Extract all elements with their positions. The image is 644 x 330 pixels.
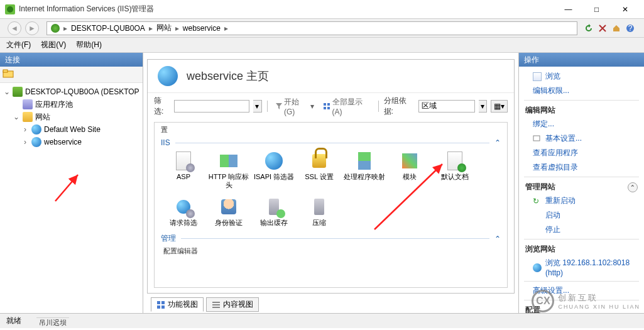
config-editor-label[interactable]: 配置编辑器 (161, 245, 501, 257)
iis-section-header: IIS ⌃ (161, 138, 501, 147)
svg-rect-7 (327, 103, 330, 106)
tree-sites[interactable]: ⌄ 网站 (11, 111, 140, 123)
address-bar: ◄ ► ▸ DESKTOP-LQUB0OA ▸ 网站 ▸ webservice … (0, 19, 644, 38)
stop-nav-icon[interactable] (596, 22, 609, 35)
svg-rect-6 (324, 103, 326, 106)
funnel-icon (275, 102, 282, 110)
action-browse-url[interactable]: 浏览 192.168.1.102:8018 (http) (519, 256, 644, 279)
svg-rect-8 (324, 107, 326, 109)
start-filter-button[interactable]: 开始(G) ▾ (273, 100, 317, 113)
maximize-button[interactable]: □ (582, 1, 611, 18)
svg-rect-13 (161, 305, 165, 309)
titlebar: Internet Information Services (IIS)管理器 —… (0, 0, 644, 19)
window-title: Internet Information Services (IIS)管理器 (19, 4, 554, 14)
feature-default-doc[interactable]: 默认文档 (432, 148, 478, 192)
group-manage-site: 管理网站⌃ (519, 179, 644, 194)
feature-request-filtering[interactable]: 请求筛选 (161, 194, 206, 229)
action-bindings[interactable]: 绑定... (519, 117, 644, 131)
tree-default-site[interactable]: › Default Web Site (20, 123, 140, 136)
chevron-down-icon[interactable]: ⌄ (4, 87, 10, 96)
feature-asp[interactable]: ASP (161, 148, 206, 192)
svg-text:?: ? (628, 24, 633, 33)
actions-panel: 操作 浏览 编辑权限... 编辑网站 绑定... 基本设置... 查看应用程序 … (518, 53, 644, 313)
site-icon (158, 66, 178, 86)
breadcrumb[interactable]: ▸ DESKTOP-LQUB0OA ▸ 网站 ▸ webservice ▸ (46, 21, 577, 35)
apppool-icon (23, 99, 33, 109)
tab-features-view[interactable]: 功能视图 (151, 297, 204, 312)
filter-dropdown[interactable]: ▾ (253, 100, 261, 113)
chevron-down-icon[interactable]: ⌄ (13, 113, 20, 121)
action-explore[interactable]: 浏览 (519, 69, 644, 84)
restart-icon: ↻ (533, 197, 542, 206)
collapse-icon[interactable]: ⌃ (494, 138, 501, 147)
feature-ssl[interactable]: SSL 设置 (297, 148, 342, 192)
crumb-server[interactable]: DESKTOP-LQUB0OA (68, 24, 148, 33)
globe-icon (51, 24, 60, 33)
svg-point-1 (7, 6, 13, 13)
feature-compression[interactable]: 压缩 (297, 194, 342, 229)
feature-authentication[interactable]: 身份验证 (206, 194, 251, 229)
action-start[interactable]: 启动 (519, 208, 644, 223)
show-all-button[interactable]: 全部显示(A) (320, 100, 373, 113)
feature-http-headers[interactable]: HTTP 响应标头 (206, 148, 251, 192)
menubar: 文件(F) 视图(V) 帮助(H) (0, 38, 644, 53)
connections-tree: ⌄ DESKTOP-LQUB0OA (DESKTOP 应用程序池 ⌄ 网站 › … (0, 83, 143, 313)
menu-view[interactable]: 视图(V) (41, 40, 66, 50)
folder-icon (23, 112, 33, 122)
nav-back-button[interactable]: ◄ (8, 21, 21, 35)
group-label: 分组依据: (384, 96, 415, 117)
chevron-right-icon[interactable]: › (21, 138, 29, 146)
chevron-right-icon[interactable]: › (21, 125, 29, 134)
watermark-logo: CX (532, 290, 554, 312)
svg-rect-12 (157, 305, 160, 309)
globe-icon (533, 263, 542, 272)
globe-icon (31, 124, 41, 135)
action-basic-settings[interactable]: 基本设置... (519, 131, 644, 146)
menu-file[interactable]: 文件(F) (6, 40, 31, 50)
tree-webservice[interactable]: › webservice (20, 136, 140, 148)
page-title-row: webservice 主页 (148, 60, 514, 92)
lock-icon (312, 154, 326, 168)
view-tabs: 功能视图 内容视图 (147, 296, 515, 313)
action-view-vdirs[interactable]: 查看虚拟目录 (519, 160, 644, 175)
tree-apppools-label: 应用程序池 (35, 99, 73, 110)
action-restart[interactable]: ↻重新启动 (519, 194, 644, 208)
action-view-apps[interactable]: 查看应用程序 (519, 146, 644, 160)
main-layout: 连接 ⌄ DESKTOP-LQUB0OA (DESKTOP 应用程序池 ⌄ 网站… (0, 53, 644, 313)
connections-header: 连接 (0, 53, 143, 67)
refresh-icon[interactable] (582, 22, 595, 35)
svg-rect-17 (533, 136, 540, 141)
svg-rect-11 (161, 301, 165, 304)
nav-forward-button[interactable]: ► (25, 21, 39, 35)
status-ready: 就绪 (6, 316, 21, 326)
crumb-sites[interactable]: 网站 (154, 23, 174, 33)
help-icon[interactable]: ? (624, 22, 636, 35)
action-stop[interactable]: 停止 (519, 223, 644, 237)
connections-panel: 连接 ⌄ DESKTOP-LQUB0OA (DESKTOP 应用程序池 ⌄ 网站… (0, 53, 143, 313)
feature-isapi-filters[interactable]: ISAPI 筛选器 (251, 148, 297, 192)
tab-content-view[interactable]: 内容视图 (206, 297, 259, 312)
filter-input[interactable] (174, 100, 249, 113)
tree-apppools[interactable]: 应用程序池 (11, 98, 140, 111)
crumb-site[interactable]: webservice (180, 24, 223, 33)
tree-server-label: DESKTOP-LQUB0OA (DESKTOP (25, 87, 139, 96)
collapse-icon[interactable]: ⌃ (628, 182, 638, 192)
tree-server[interactable]: ⌄ DESKTOP-LQUB0OA (DESKTOP (3, 85, 140, 98)
feature-output-caching[interactable]: 输出缓存 (251, 194, 297, 229)
group-dropdown[interactable]: 区域 (418, 100, 475, 113)
minimize-button[interactable]: — (554, 1, 582, 18)
feature-handler-mappings[interactable]: 处理程序映射 (342, 148, 387, 192)
svg-rect-14 (212, 302, 220, 303)
menu-help[interactable]: 帮助(H) (76, 40, 102, 50)
group-browse-site: 浏览网站 (519, 241, 644, 256)
group-dropdown-arrow[interactable]: ▾ (479, 100, 487, 113)
close-button[interactable]: ✕ (611, 1, 639, 18)
view-mode-dropdown[interactable]: ▦▾ (491, 100, 508, 113)
collapse-icon[interactable]: ⌃ (494, 234, 501, 243)
feature-modules[interactable]: 模块 (387, 148, 432, 192)
features-view-icon (156, 300, 165, 309)
svg-rect-5 (3, 70, 8, 72)
home-icon[interactable] (610, 22, 623, 35)
action-edit-permissions[interactable]: 编辑权限... (519, 84, 644, 98)
folder-icon[interactable] (3, 69, 14, 80)
